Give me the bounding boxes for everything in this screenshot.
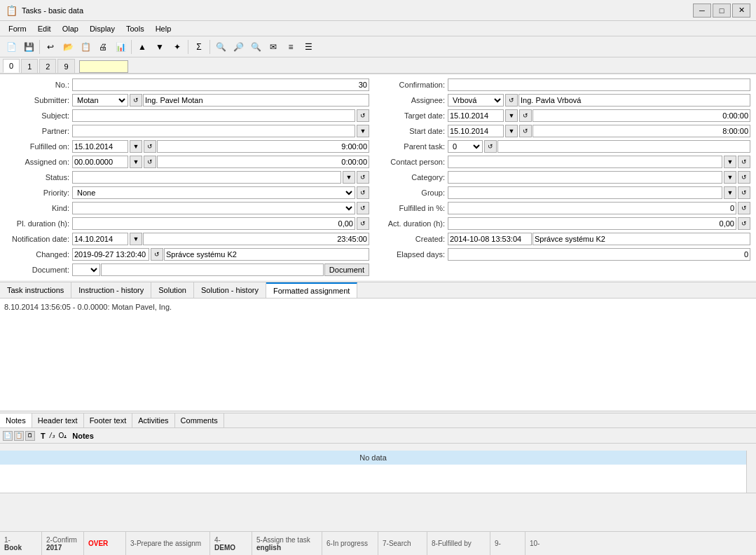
document-input[interactable]: [101, 263, 324, 276]
document-select[interactable]: [72, 263, 100, 276]
menu-help[interactable]: Help: [150, 21, 177, 36]
status-input[interactable]: [72, 171, 341, 184]
assigned-date-reset[interactable]: ↺: [144, 156, 156, 168]
tb-mail[interactable]: ✉: [265, 39, 282, 55]
target-date-dropdown[interactable]: ▼: [505, 109, 518, 122]
elapsed-input[interactable]: [448, 248, 750, 261]
fulfilled-time-input[interactable]: [157, 140, 369, 153]
submitter-select[interactable]: Motan: [72, 94, 128, 107]
submitter-reset-btn[interactable]: ↺: [130, 94, 142, 107]
target-date-reset[interactable]: ↺: [519, 109, 532, 122]
tb-search3[interactable]: 🔍: [247, 39, 264, 55]
tab-formatted-assignment[interactable]: Formatted assignment: [266, 282, 357, 298]
tab-top-0[interactable]: 0: [3, 59, 20, 73]
close-button[interactable]: ✕: [732, 4, 750, 18]
contact-person-input[interactable]: [448, 156, 722, 168]
partner-dropdown-btn[interactable]: ▼: [357, 125, 369, 137]
kind-select[interactable]: [72, 202, 355, 214]
assigned-time-input[interactable]: [157, 156, 369, 168]
tb-menu[interactable]: ☰: [300, 39, 317, 55]
fulfilled-date-reset[interactable]: ↺: [144, 140, 156, 153]
changed-user-input[interactable]: [164, 248, 369, 261]
category-reset[interactable]: ↺: [738, 171, 750, 184]
menu-form[interactable]: Form: [3, 21, 32, 36]
group-reset[interactable]: ↺: [738, 186, 750, 199]
group-dropdown[interactable]: ▼: [724, 186, 736, 199]
subject-input[interactable]: [72, 109, 355, 122]
notification-time-input[interactable]: [143, 233, 369, 245]
start-date-dropdown[interactable]: ▼: [505, 125, 518, 137]
group-input[interactable]: [448, 186, 722, 199]
tb-save[interactable]: 💾: [20, 39, 37, 55]
minimize-button[interactable]: ─: [693, 4, 711, 18]
submitter-name-input[interactable]: [143, 94, 369, 107]
status-reset[interactable]: ↺: [357, 171, 369, 184]
notes-format-special[interactable]: O₄: [59, 432, 67, 439]
created-user-input[interactable]: [532, 233, 750, 245]
tb-search2[interactable]: 🔎: [230, 39, 247, 55]
parent-task-input[interactable]: [497, 140, 750, 153]
tb-open[interactable]: 📂: [60, 39, 76, 55]
start-date-input[interactable]: [448, 125, 504, 137]
changed-input[interactable]: [72, 248, 149, 261]
notification-date-input[interactable]: [72, 233, 128, 245]
category-dropdown[interactable]: ▼: [724, 171, 736, 184]
fulfilled-pct-reset[interactable]: ↺: [738, 202, 750, 214]
assigned-date-dropdown[interactable]: ▼: [130, 156, 142, 168]
fulfilled-date-dropdown[interactable]: ▼: [130, 140, 142, 153]
notification-date-dropdown[interactable]: ▼: [130, 233, 142, 245]
tab-instruction-history[interactable]: Instruction - history: [71, 282, 151, 298]
act-duration-input[interactable]: [448, 217, 736, 230]
priority-select[interactable]: None: [72, 186, 355, 199]
pl-duration-reset[interactable]: ↺: [357, 217, 369, 230]
fulfilled-date-input[interactable]: [72, 140, 128, 153]
tb-up[interactable]: ▲: [134, 39, 151, 55]
tb-list[interactable]: ≡: [282, 39, 299, 55]
tb-copy[interactable]: 📋: [77, 39, 94, 55]
tb-down[interactable]: ▼: [151, 39, 168, 55]
notes-format-bold[interactable]: T: [41, 432, 46, 440]
target-date-input[interactable]: [448, 109, 504, 122]
tab-task-instructions[interactable]: Task instructions: [0, 282, 71, 298]
changed-reset[interactable]: ↺: [151, 248, 163, 261]
notes-icon-2[interactable]: 📋: [14, 431, 24, 441]
tb-undo[interactable]: ↩: [42, 39, 59, 55]
subject-reset-btn[interactable]: ↺: [357, 109, 369, 122]
tab-solution[interactable]: Solution: [151, 282, 194, 298]
tab-top-2[interactable]: 2: [39, 59, 56, 73]
document-button[interactable]: Document: [324, 263, 369, 276]
notes-icon-1[interactable]: 📄: [3, 431, 13, 441]
tb-new[interactable]: 📄: [3, 39, 20, 55]
tab-input[interactable]: [79, 60, 128, 73]
category-input[interactable]: [448, 171, 722, 184]
parent-task-select[interactable]: 0: [448, 140, 483, 153]
menu-olap[interactable]: Olap: [57, 21, 84, 36]
tb-print[interactable]: 🖨: [95, 39, 111, 55]
assignee-reset[interactable]: ↺: [505, 94, 518, 107]
notes-tab-notes[interactable]: Notes: [0, 413, 32, 427]
assigned-date-input[interactable]: [72, 156, 128, 168]
tab-solution-history[interactable]: Solution - history: [194, 282, 266, 298]
created-date-input[interactable]: [448, 233, 532, 245]
contact-person-dropdown[interactable]: ▼: [724, 156, 736, 168]
notes-icon-3[interactable]: 🗒: [25, 431, 35, 441]
menu-display[interactable]: Display: [84, 21, 121, 36]
contact-person-reset[interactable]: ↺: [738, 156, 750, 168]
tab-top-1[interactable]: 1: [21, 59, 38, 73]
status-dropdown[interactable]: ▼: [343, 171, 355, 184]
maximize-button[interactable]: □: [713, 4, 731, 18]
tb-b1[interactable]: 📊: [112, 39, 129, 55]
no-input[interactable]: [72, 78, 369, 91]
notes-tab-footer[interactable]: Footer text: [84, 413, 133, 427]
fulfilled-pct-input[interactable]: [448, 202, 736, 214]
target-time-input[interactable]: [532, 109, 750, 122]
start-time-input[interactable]: [532, 125, 750, 137]
tab-top-9[interactable]: 9: [57, 59, 74, 73]
notes-scrollbar[interactable]: [746, 451, 756, 493]
notes-tab-comments[interactable]: Comments: [175, 413, 224, 427]
menu-edit[interactable]: Edit: [32, 21, 57, 36]
notes-format-italic[interactable]: /₃: [50, 432, 55, 439]
parent-task-reset[interactable]: ↺: [484, 140, 497, 153]
act-duration-reset[interactable]: ↺: [738, 217, 750, 230]
assignee-select[interactable]: Vrbová: [448, 94, 504, 107]
